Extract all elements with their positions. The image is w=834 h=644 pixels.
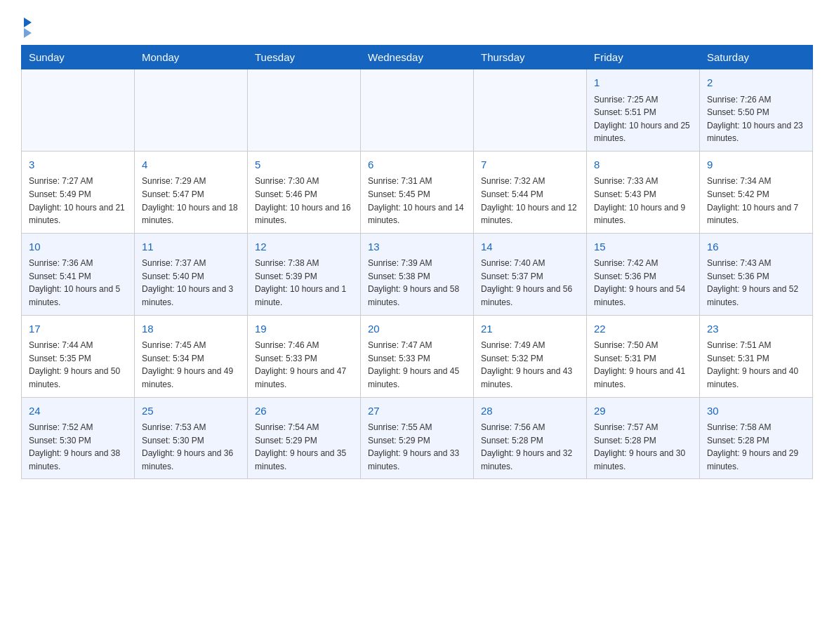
calendar-week-row: 17Sunrise: 7:44 AMSunset: 5:35 PMDayligh… [22, 315, 813, 397]
day-info: Sunrise: 7:34 AMSunset: 5:42 PMDaylight:… [707, 175, 805, 227]
day-info: Sunrise: 7:42 AMSunset: 5:36 PMDaylight:… [594, 257, 692, 309]
weekday-header-wednesday: Wednesday [361, 46, 474, 69]
day-info: Sunrise: 7:54 AMSunset: 5:29 PMDaylight:… [255, 421, 353, 473]
weekday-header-saturday: Saturday [700, 46, 813, 69]
day-number: 10 [29, 239, 127, 255]
calendar-cell: 10Sunrise: 7:36 AMSunset: 5:41 PMDayligh… [22, 233, 135, 315]
calendar-cell [361, 69, 474, 152]
day-number: 17 [29, 321, 127, 337]
day-info: Sunrise: 7:46 AMSunset: 5:33 PMDaylight:… [255, 339, 353, 391]
calendar-cell: 22Sunrise: 7:50 AMSunset: 5:31 PMDayligh… [587, 315, 700, 397]
calendar-week-row: 1Sunrise: 7:25 AMSunset: 5:51 PMDaylight… [22, 69, 813, 152]
calendar-cell: 13Sunrise: 7:39 AMSunset: 5:38 PMDayligh… [361, 233, 474, 315]
calendar-cell [474, 69, 587, 152]
day-number: 2 [707, 75, 805, 91]
day-number: 20 [368, 321, 466, 337]
day-info: Sunrise: 7:32 AMSunset: 5:44 PMDaylight:… [481, 175, 579, 227]
day-info: Sunrise: 7:25 AMSunset: 5:51 PMDaylight:… [594, 93, 692, 145]
day-info: Sunrise: 7:45 AMSunset: 5:34 PMDaylight:… [142, 339, 240, 391]
calendar-cell: 1Sunrise: 7:25 AMSunset: 5:51 PMDaylight… [587, 69, 700, 152]
calendar-cell: 3Sunrise: 7:27 AMSunset: 5:49 PMDaylight… [22, 151, 135, 233]
day-number: 6 [368, 157, 466, 173]
day-info: Sunrise: 7:31 AMSunset: 5:45 PMDaylight:… [368, 175, 466, 227]
day-number: 26 [255, 403, 353, 420]
calendar-cell: 6Sunrise: 7:31 AMSunset: 5:45 PMDaylight… [361, 151, 474, 233]
day-number: 4 [142, 157, 240, 173]
day-info: Sunrise: 7:33 AMSunset: 5:43 PMDaylight:… [594, 175, 692, 227]
calendar-cell: 18Sunrise: 7:45 AMSunset: 5:34 PMDayligh… [135, 315, 248, 397]
calendar-cell: 15Sunrise: 7:42 AMSunset: 5:36 PMDayligh… [587, 233, 700, 315]
calendar-cell: 28Sunrise: 7:56 AMSunset: 5:28 PMDayligh… [474, 397, 587, 479]
day-info: Sunrise: 7:50 AMSunset: 5:31 PMDaylight:… [594, 339, 692, 391]
calendar-cell [135, 69, 248, 152]
calendar-cell: 2Sunrise: 7:26 AMSunset: 5:50 PMDaylight… [700, 69, 813, 152]
day-number: 16 [707, 239, 805, 255]
weekday-header-sunday: Sunday [22, 46, 135, 69]
day-number: 22 [594, 321, 692, 337]
day-number: 15 [594, 239, 692, 255]
calendar-cell: 19Sunrise: 7:46 AMSunset: 5:33 PMDayligh… [248, 315, 361, 397]
day-number: 27 [368, 403, 466, 420]
day-number: 12 [255, 239, 353, 255]
day-info: Sunrise: 7:49 AMSunset: 5:32 PMDaylight:… [481, 339, 579, 391]
calendar-cell: 8Sunrise: 7:33 AMSunset: 5:43 PMDaylight… [587, 151, 700, 233]
calendar-week-row: 24Sunrise: 7:52 AMSunset: 5:30 PMDayligh… [22, 397, 813, 479]
day-info: Sunrise: 7:40 AMSunset: 5:37 PMDaylight:… [481, 257, 579, 309]
day-number: 23 [707, 321, 805, 337]
weekday-header-monday: Monday [135, 46, 248, 69]
day-number: 24 [29, 403, 127, 420]
page-header [21, 14, 813, 38]
day-info: Sunrise: 7:55 AMSunset: 5:29 PMDaylight:… [368, 421, 466, 473]
calendar-cell: 9Sunrise: 7:34 AMSunset: 5:42 PMDaylight… [700, 151, 813, 233]
day-info: Sunrise: 7:29 AMSunset: 5:47 PMDaylight:… [142, 175, 240, 227]
calendar-week-row: 10Sunrise: 7:36 AMSunset: 5:41 PMDayligh… [22, 233, 813, 315]
day-number: 11 [142, 239, 240, 255]
day-info: Sunrise: 7:58 AMSunset: 5:28 PMDaylight:… [707, 421, 805, 473]
day-number: 5 [255, 157, 353, 173]
calendar-cell: 24Sunrise: 7:52 AMSunset: 5:30 PMDayligh… [22, 397, 135, 479]
day-number: 30 [707, 403, 805, 420]
day-info: Sunrise: 7:39 AMSunset: 5:38 PMDaylight:… [368, 257, 466, 309]
day-number: 1 [594, 75, 692, 91]
day-info: Sunrise: 7:44 AMSunset: 5:35 PMDaylight:… [29, 339, 127, 391]
day-number: 13 [368, 239, 466, 255]
weekday-header-friday: Friday [587, 46, 700, 69]
day-number: 18 [142, 321, 240, 337]
day-info: Sunrise: 7:30 AMSunset: 5:46 PMDaylight:… [255, 175, 353, 227]
day-info: Sunrise: 7:52 AMSunset: 5:30 PMDaylight:… [29, 421, 127, 473]
day-info: Sunrise: 7:56 AMSunset: 5:28 PMDaylight:… [481, 421, 579, 473]
day-number: 14 [481, 239, 579, 255]
calendar-cell: 4Sunrise: 7:29 AMSunset: 5:47 PMDaylight… [135, 151, 248, 233]
day-number: 21 [481, 321, 579, 337]
calendar-cell: 12Sunrise: 7:38 AMSunset: 5:39 PMDayligh… [248, 233, 361, 315]
day-number: 8 [594, 157, 692, 173]
calendar-cell [22, 69, 135, 152]
day-info: Sunrise: 7:57 AMSunset: 5:28 PMDaylight:… [594, 421, 692, 473]
day-number: 9 [707, 157, 805, 173]
day-info: Sunrise: 7:47 AMSunset: 5:33 PMDaylight:… [368, 339, 466, 391]
day-info: Sunrise: 7:36 AMSunset: 5:41 PMDaylight:… [29, 257, 127, 309]
day-number: 25 [142, 403, 240, 420]
calendar-cell: 30Sunrise: 7:58 AMSunset: 5:28 PMDayligh… [700, 397, 813, 479]
calendar-cell [248, 69, 361, 152]
day-info: Sunrise: 7:37 AMSunset: 5:40 PMDaylight:… [142, 257, 240, 309]
calendar-cell: 17Sunrise: 7:44 AMSunset: 5:35 PMDayligh… [22, 315, 135, 397]
day-number: 29 [594, 403, 692, 420]
weekday-header-thursday: Thursday [474, 46, 587, 69]
calendar-cell: 27Sunrise: 7:55 AMSunset: 5:29 PMDayligh… [361, 397, 474, 479]
weekday-header-row: SundayMondayTuesdayWednesdayThursdayFrid… [22, 46, 813, 69]
day-info: Sunrise: 7:27 AMSunset: 5:49 PMDaylight:… [29, 175, 127, 227]
calendar-cell: 21Sunrise: 7:49 AMSunset: 5:32 PMDayligh… [474, 315, 587, 397]
calendar-cell: 20Sunrise: 7:47 AMSunset: 5:33 PMDayligh… [361, 315, 474, 397]
calendar-cell: 16Sunrise: 7:43 AMSunset: 5:36 PMDayligh… [700, 233, 813, 315]
calendar-cell: 29Sunrise: 7:57 AMSunset: 5:28 PMDayligh… [587, 397, 700, 479]
day-info: Sunrise: 7:53 AMSunset: 5:30 PMDaylight:… [142, 421, 240, 473]
calendar-cell: 26Sunrise: 7:54 AMSunset: 5:29 PMDayligh… [248, 397, 361, 479]
calendar-cell: 25Sunrise: 7:53 AMSunset: 5:30 PMDayligh… [135, 397, 248, 479]
day-number: 3 [29, 157, 127, 173]
calendar-table: SundayMondayTuesdayWednesdayThursdayFrid… [21, 45, 813, 479]
day-number: 7 [481, 157, 579, 173]
weekday-header-tuesday: Tuesday [248, 46, 361, 69]
logo [21, 14, 32, 38]
day-number: 28 [481, 403, 579, 420]
